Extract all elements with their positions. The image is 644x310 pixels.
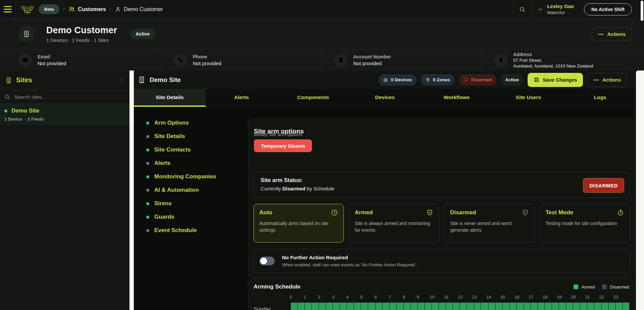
schedule-cell[interactable] <box>538 303 545 310</box>
search-button[interactable] <box>513 0 532 18</box>
schedule-cell[interactable] <box>467 303 474 310</box>
schedule-cell[interactable] <box>390 303 397 310</box>
schedule-cell[interactable] <box>376 303 383 310</box>
schedule-cell[interactable] <box>333 303 340 310</box>
section-nav-ai-automation[interactable]: AI & Automation <box>146 183 216 197</box>
sidebar-scrollbar[interactable] <box>129 71 134 310</box>
section-nav-site-details[interactable]: Site Details <box>146 130 216 143</box>
temporary-disarm-button[interactable]: Temporary Disarm <box>254 139 312 152</box>
tab-site-users[interactable]: Site Users <box>492 89 564 107</box>
tab-components[interactable]: Components <box>277 89 349 107</box>
schedule-cell[interactable] <box>531 303 538 310</box>
mode-card-auto[interactable]: AutoAutomatically arms based on site set… <box>254 204 344 242</box>
schedule-cell[interactable] <box>460 303 467 310</box>
schedule-cell[interactable] <box>298 303 305 310</box>
mode-card-armed[interactable]: ArmedSite is always armed and monitoring… <box>349 204 439 242</box>
disarmed-state-button[interactable]: DISARMED <box>583 178 624 193</box>
content-scrollbar[interactable] <box>636 71 644 310</box>
gray-status-dot-icon <box>146 189 149 192</box>
schedule-cell[interactable] <box>411 303 418 310</box>
watchful-logo-icon[interactable] <box>20 5 35 14</box>
schedule-cell[interactable] <box>425 303 432 310</box>
schedule-cell[interactable] <box>524 303 531 310</box>
breadcrumb-customers[interactable]: Customers <box>68 6 106 13</box>
schedule-cell[interactable] <box>481 303 488 310</box>
schedule-cell[interactable] <box>573 303 580 310</box>
schedule-cell[interactable] <box>319 303 326 310</box>
schedule-cell[interactable] <box>580 303 587 310</box>
section-nav-alerts[interactable]: Alerts <box>146 157 216 170</box>
hamburger-menu-button[interactable] <box>0 0 16 19</box>
hour-label: 2 <box>318 295 320 300</box>
schedule-cell[interactable] <box>587 303 594 310</box>
section-nav-sirens[interactable]: Sirens <box>146 197 216 210</box>
schedule-cell[interactable] <box>517 303 524 310</box>
tab-devices[interactable]: Devices <box>349 89 421 107</box>
schedule-cell[interactable] <box>305 303 312 310</box>
schedule-cell[interactable] <box>489 303 496 310</box>
breadcrumb-current[interactable]: Demo Customer <box>115 6 163 12</box>
schedule-cell[interactable] <box>340 303 347 310</box>
schedule-cell[interactable] <box>545 303 552 310</box>
schedule-cell[interactable] <box>291 303 298 310</box>
schedule-cell[interactable] <box>594 303 601 310</box>
tab-site-details[interactable]: Site Details <box>134 89 206 107</box>
tab-alerts[interactable]: Alerts <box>206 89 277 107</box>
section-nav-guards[interactable]: Guards <box>146 210 216 224</box>
section-nav-monitoring-companies[interactable]: Monitoring Companies <box>146 170 216 183</box>
mode-card-title: Auto <box>259 209 272 216</box>
section-nav-site-contacts[interactable]: Site Contacts <box>146 143 216 157</box>
schedule-cell[interactable] <box>397 303 404 310</box>
customer-actions-button[interactable]: ••• Actions <box>592 27 632 41</box>
site-actions-button[interactable]: ••• Actions <box>587 73 627 87</box>
schedule-cell[interactable] <box>368 303 375 310</box>
schedule-cell[interactable] <box>446 303 453 310</box>
hour-label: 9 <box>417 295 419 300</box>
mode-card-test-mode[interactable]: Test ModeTesting mode for site configura… <box>540 204 630 242</box>
schedule-cell[interactable] <box>566 303 573 310</box>
schedule-cell[interactable] <box>439 303 446 310</box>
shield-check-icon <box>426 209 433 216</box>
beta-badge[interactable]: Beta <box>39 4 59 14</box>
schedule-cell[interactable] <box>383 303 390 310</box>
save-changes-button[interactable]: Save Changes <box>528 73 583 87</box>
schedule-cell[interactable] <box>503 303 510 310</box>
arm-status-prefix: Currently <box>261 186 281 191</box>
schedule-cell[interactable] <box>616 303 623 310</box>
schedule-cell[interactable] <box>474 303 481 310</box>
user-menu[interactable]: Lesley Gao Watchful <box>532 3 580 15</box>
schedule-cell[interactable] <box>453 303 460 310</box>
customer-info-row: EmailNot providedPhoneNot providedAccoun… <box>0 49 644 71</box>
mode-card-disarmed[interactable]: DisarmedSite is never armed and won't ge… <box>444 204 535 242</box>
legend-label: Disarmed <box>610 284 629 290</box>
sites-search-input[interactable] <box>13 94 115 100</box>
no-further-action-toggle[interactable] <box>259 257 275 265</box>
section-nav-arm-options[interactable]: Arm Options <box>146 116 216 130</box>
schedule-cell[interactable] <box>432 303 439 310</box>
schedule-rows: Sunday <box>254 303 629 310</box>
schedule-cell[interactable] <box>552 303 559 310</box>
schedule-cell[interactable] <box>602 303 609 310</box>
tab-workflows[interactable]: Workflows <box>421 89 492 107</box>
schedule-cell[interactable] <box>312 303 319 310</box>
schedule-cell[interactable] <box>496 303 503 310</box>
arm-status-line: Currently Disarmed by Schedule <box>261 186 623 191</box>
schedule-cell[interactable] <box>418 303 425 310</box>
page-scrollbar-thumb[interactable] <box>641 1 643 21</box>
schedule-cell[interactable] <box>559 303 566 310</box>
sort-icon[interactable] <box>119 78 124 83</box>
tab-logs[interactable]: Logs <box>564 89 636 107</box>
schedule-cell[interactable] <box>510 303 517 310</box>
schedule-cell[interactable] <box>623 303 629 310</box>
schedule-cell[interactable] <box>354 303 361 310</box>
site-list-item-demo-site[interactable]: Demo Site1 Device·2 Feeds <box>0 104 129 125</box>
hour-label: 17 <box>529 295 533 300</box>
schedule-cell[interactable] <box>609 303 616 310</box>
schedule-cell[interactable] <box>326 303 333 310</box>
schedule-cell[interactable] <box>361 303 368 310</box>
schedule-cell[interactable] <box>347 303 354 310</box>
hour-label: 15 <box>500 295 505 300</box>
schedule-cell[interactable] <box>404 303 411 310</box>
section-nav-event-schedule[interactable]: Event Schedule <box>146 224 216 237</box>
no-active-shift-button[interactable]: No Active Shift <box>584 3 632 15</box>
